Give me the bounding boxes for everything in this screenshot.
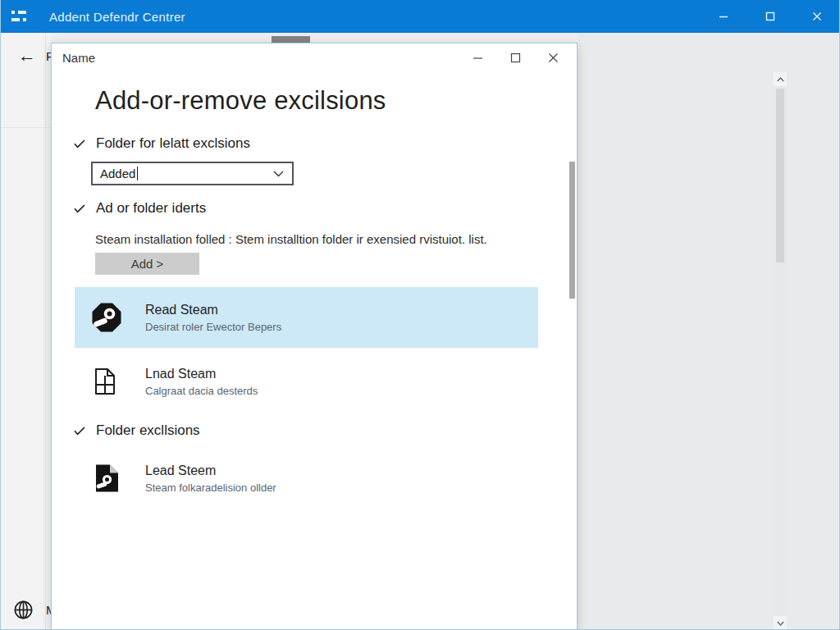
- item-subtitle: Desirat roler Ewector Bepers: [145, 319, 281, 335]
- close-icon: [548, 52, 559, 63]
- section-label: Folder for lelatt exclsions: [96, 135, 250, 152]
- chevron-down-icon: [273, 171, 284, 177]
- dialog-maximize-button[interactable]: [496, 44, 534, 71]
- section-folder-expander[interactable]: Folder excllsions: [74, 422, 200, 439]
- chevron-down-icon: [777, 621, 784, 626]
- app-menu-button[interactable]: [0, 0, 38, 33]
- dark-file-steam-icon: [90, 462, 123, 495]
- scroll-up-button[interactable]: [774, 72, 787, 86]
- expander-check-icon: [74, 139, 85, 148]
- section-add-expander[interactable]: Ad or folder iderts: [74, 200, 206, 217]
- back-arrow-icon: ←: [18, 45, 36, 66]
- minimize-icon: [472, 52, 483, 63]
- dialog-close-button[interactable]: [534, 44, 572, 71]
- sidebar-divider: [45, 33, 46, 630]
- app-scrollbar[interactable]: [774, 72, 787, 630]
- maximize-icon: [510, 52, 521, 63]
- steam-octagon-icon: [90, 301, 123, 334]
- globe-nav-button[interactable]: [12, 599, 34, 621]
- globe-icon: [12, 599, 34, 621]
- app-titlebar: Addent Defendr Centrer: [0, 0, 840, 33]
- item-title: Read Steam: [145, 301, 281, 319]
- sidebar-section-divider: [0, 127, 51, 128]
- item-title: Lnad Steam: [145, 365, 258, 383]
- exclusions-dialog: Name Add-or-remove excilsions Folder for…: [51, 43, 578, 630]
- grid-file-icon: [90, 365, 123, 398]
- combobox-value: Added: [100, 167, 135, 180]
- exclusion-type-combobox[interactable]: Added: [91, 162, 294, 185]
- dialog-title: Name: [62, 51, 95, 65]
- dialog-titlebar: Name: [52, 43, 577, 71]
- maximize-icon: [765, 11, 775, 21]
- expander-check-icon: [74, 427, 85, 436]
- minimize-icon: [719, 11, 728, 21]
- left-pane: [0, 33, 51, 630]
- expander-check-icon: [74, 204, 85, 213]
- section-folder-type-expander[interactable]: Folder for lelatt exclsions: [74, 135, 250, 152]
- close-icon: [812, 11, 822, 21]
- chevron-up-icon: [777, 77, 784, 82]
- dialog-scrollbar-thumb[interactable]: [569, 162, 575, 299]
- scroll-down-button[interactable]: [774, 616, 787, 630]
- item-title: Lead Steem: [145, 462, 276, 480]
- add-button[interactable]: Add >: [95, 253, 199, 275]
- section-label: Folder excllsions: [96, 422, 200, 439]
- exclusion-list-item[interactable]: Read Steam Desirat roler Ewector Bepers: [75, 287, 538, 348]
- section-label: Ad or folder iderts: [96, 200, 206, 217]
- text-cursor: [137, 167, 138, 180]
- page-title: Add-or-remove excilsions: [95, 86, 386, 116]
- app-title: Addent Defendr Centrer: [49, 10, 185, 24]
- window-controls: [700, 0, 840, 33]
- dialog-window-controls: [459, 44, 572, 71]
- item-subtitle: Calgraat dacia desterds: [145, 383, 258, 399]
- exclusion-list-item[interactable]: Lead Steem Steam folkaradelision ollder: [75, 452, 538, 504]
- content-pane: [578, 33, 840, 630]
- exclusion-list-item[interactable]: Lnad Steam Calgraat dacia desterds: [75, 353, 538, 410]
- item-subtitle: Steam folkaradelision ollder: [145, 480, 276, 495]
- back-button[interactable]: ←: [15, 44, 39, 67]
- app-scrollbar-thumb[interactable]: [776, 89, 784, 262]
- close-button[interactable]: [793, 0, 840, 33]
- section-description: Steam installation folled : Stem install…: [95, 232, 555, 246]
- maximize-button[interactable]: [746, 0, 793, 33]
- app-grid-icon: [11, 11, 26, 22]
- dialog-minimize-button[interactable]: [459, 44, 496, 71]
- minimize-button[interactable]: [700, 0, 746, 33]
